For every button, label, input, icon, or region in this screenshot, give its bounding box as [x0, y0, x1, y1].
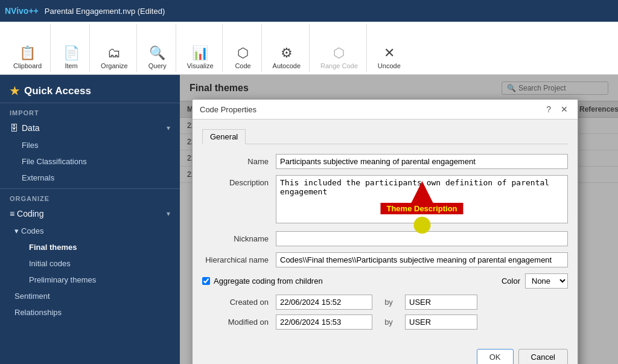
name-row: Name	[202, 154, 568, 169]
sidebar-subitem-sentiment[interactable]: Sentiment	[0, 288, 180, 304]
created-label: Created on	[202, 298, 269, 307]
clipboard-button[interactable]: 📋 Clipboard	[10, 43, 45, 72]
modal-controls: ? ✕	[544, 103, 570, 115]
sidebar-item-data[interactable]: 🗄 Data ▾	[0, 119, 180, 137]
chevron-codes-icon: ▾	[14, 226, 19, 235]
item-label: Item	[65, 62, 77, 69]
help-button[interactable]: ?	[544, 103, 553, 115]
color-label: Color	[502, 276, 520, 286]
created-by-label: by	[380, 298, 398, 307]
color-select[interactable]: None Red Blue Green	[525, 273, 568, 289]
modal-tabs: General	[202, 129, 568, 144]
nickname-input[interactable]	[276, 231, 568, 246]
app-filename: Parental Engagement.nvp (Edited)	[45, 7, 165, 16]
hierarchical-row: Hierarchical name	[202, 252, 568, 267]
uncode-label: Uncode	[378, 62, 401, 69]
code-icon: ⬡	[237, 45, 249, 61]
quick-access-label: Quick Access	[24, 85, 91, 97]
organize-button[interactable]: 🗂 Organize	[97, 43, 132, 72]
sidebar-subitem-codes[interactable]: ▾ Codes	[0, 223, 180, 239]
app-logo: NVivo++	[5, 6, 39, 16]
clipboard-label: Clipboard	[13, 62, 42, 69]
created-user-input[interactable]	[405, 295, 477, 310]
aggregate-color-row: Aggregate coding from children Color Non…	[202, 273, 568, 289]
rangecode-label: Range Code	[320, 62, 358, 69]
description-row: Description This included the participan…	[202, 175, 568, 225]
toolbar-group-uncode: ✕ Uncode	[369, 24, 409, 72]
code-label: Code	[235, 62, 250, 69]
modal-overlay: Code Properties ? ✕ General Name	[180, 75, 618, 364]
toolbar-group-code: ⬡ Code	[225, 24, 262, 72]
modified-input[interactable]	[276, 315, 372, 330]
modified-row: Modified on by	[202, 315, 568, 330]
import-section-title: IMPORT	[0, 103, 180, 119]
coding-label: ≡ Coding	[10, 209, 43, 219]
sidebar-subitem-file-classifications[interactable]: File Classifications	[0, 153, 180, 170]
sidebar-subitem-initial-codes[interactable]: Initial codes	[0, 255, 180, 272]
toolbar: 📋 Clipboard 📄 Item 🗂 Organize 🔍 Query 📊 …	[0, 22, 618, 75]
modal-title: Code Properties	[200, 105, 256, 114]
query-label: Query	[148, 62, 167, 69]
sidebar-subitem-externals[interactable]: Externals	[0, 170, 180, 186]
tab-general[interactable]: General	[202, 129, 246, 144]
autocode-button[interactable]: ⚙ Autocode	[269, 43, 304, 72]
sidebar-subitem-files[interactable]: Files	[0, 137, 180, 153]
nickname-row: Nickname	[202, 231, 568, 246]
item-icon: 📄	[63, 45, 80, 61]
rangecode-button[interactable]: ⬡ Range Code	[317, 43, 362, 72]
modal-body: General Name Description This included t	[193, 120, 578, 344]
modified-user-input[interactable]	[405, 315, 477, 330]
autocode-icon: ⚙	[281, 45, 293, 61]
modified-label: Modified on	[202, 318, 269, 327]
toolbar-group-rangecode: ⬡ Range Code	[312, 24, 367, 72]
toolbar-group-query: 🔍 Query	[139, 24, 176, 72]
modified-by-label: by	[380, 318, 398, 327]
aggregate-checkbox[interactable]	[202, 277, 210, 285]
nickname-label: Nickname	[202, 231, 269, 243]
clipboard-icon: 📋	[19, 45, 36, 61]
description-label: Description	[202, 175, 269, 187]
cancel-button[interactable]: Cancel	[518, 349, 568, 364]
sidebar-item-coding[interactable]: ≡ Coding ▾	[0, 205, 180, 223]
query-icon: 🔍	[149, 45, 165, 61]
sidebar-item-data-label: Data	[22, 123, 40, 133]
quick-access-section: ★ Quick Access	[0, 75, 180, 103]
created-row: Created on by	[202, 295, 568, 310]
close-button[interactable]: ✕	[558, 103, 570, 115]
visualize-button[interactable]: 📊 Visualize	[183, 43, 217, 72]
visualize-icon: 📊	[192, 45, 208, 61]
chevron-down-icon: ▾	[167, 124, 170, 132]
modal-footer: OK Cancel	[193, 344, 578, 364]
database-icon: 🗄	[10, 123, 18, 133]
organize-section-title: ORGANIZE	[0, 188, 180, 205]
ok-button[interactable]: OK	[477, 349, 514, 364]
sidebar-subitem-preliminary-themes[interactable]: Preliminary themes	[0, 272, 180, 288]
hierarchical-label: Hierarchical name	[202, 252, 269, 264]
toolbar-group-visualize: 📊 Visualize	[179, 24, 223, 72]
name-label: Name	[202, 154, 269, 166]
toolbar-group-organize: 🗂 Organize	[92, 24, 137, 72]
name-input-wrapper	[276, 154, 568, 169]
uncode-button[interactable]: ✕ Uncode	[374, 43, 404, 72]
rangecode-icon: ⬡	[333, 45, 345, 61]
main-layout: ★ Quick Access IMPORT 🗄 Data ▾ Files Fil…	[0, 75, 618, 364]
item-button[interactable]: 📄 Item	[58, 43, 84, 72]
toolbar-group-item: 📄 Item	[53, 24, 90, 72]
sidebar-subitem-final-themes[interactable]: Final themes	[0, 239, 180, 255]
star-icon: ★	[10, 85, 19, 98]
chevron-coding-icon: ▾	[167, 209, 170, 218]
sidebar-subitem-relationships[interactable]: Relationships	[0, 304, 180, 321]
created-input[interactable]	[276, 295, 372, 310]
code-button[interactable]: ⬡ Code	[230, 43, 256, 72]
toolbar-group-clipboard: 📋 Clipboard	[5, 24, 51, 72]
aggregate-label: Aggregate coding from children	[214, 276, 323, 286]
hierarchical-input[interactable]	[276, 252, 568, 267]
description-textarea[interactable]: This included the participants own defin…	[276, 175, 568, 223]
name-input[interactable]	[276, 154, 568, 169]
sidebar: ★ Quick Access IMPORT 🗄 Data ▾ Files Fil…	[0, 75, 180, 364]
organize-label: Organize	[101, 62, 128, 69]
visualize-label: Visualize	[187, 62, 214, 69]
content-area: Final themes 🔍 Mo Name References 22, 22…	[180, 75, 618, 364]
query-button[interactable]: 🔍 Query	[144, 43, 171, 72]
toolbar-group-autocode: ⚙ Autocode	[264, 24, 310, 72]
